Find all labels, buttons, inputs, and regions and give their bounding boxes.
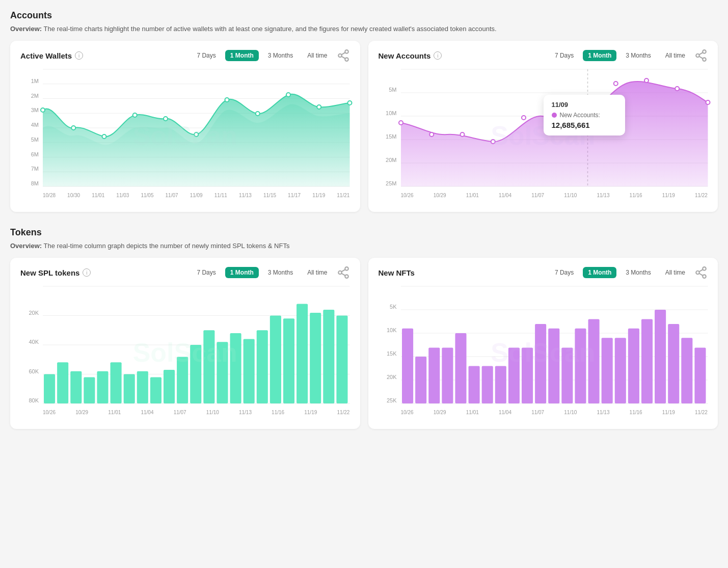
new-spl-tokens-share-icon[interactable] [337,266,350,279]
new-accounts-controls: 7 Days 1 Month 3 Months All time [550,49,708,62]
new-accounts-title-group: New Accounts i [379,51,442,60]
active-wallets-title: Active Wallets [20,51,72,60]
svg-rect-60 [70,371,82,403]
new-spl-tokens-y-axis: 80K 60K 40K 20K [20,286,39,403]
new-spl-tokens-alltime-btn[interactable]: All time [302,267,332,278]
new-spl-tokens-7days-btn[interactable]: 7 Days [192,267,221,278]
svg-rect-72 [230,333,241,403]
new-nfts-3months-btn[interactable]: 3 Months [621,267,656,278]
new-accounts-alltime-btn[interactable]: All time [660,50,690,61]
svg-rect-105 [575,329,586,403]
tokens-section: Tokens Overview: The real-time column gr… [10,227,718,429]
new-accounts-card: New Accounts i 7 Days 1 Month 3 Months A… [368,41,718,212]
svg-rect-65 [137,371,148,403]
svg-point-26 [696,54,699,58]
svg-rect-67 [164,370,175,403]
svg-rect-104 [561,347,573,403]
new-nfts-title: New NFTs [379,268,415,277]
svg-line-29 [699,52,703,55]
svg-line-28 [699,57,703,59]
svg-rect-102 [535,324,546,403]
new-nfts-chart-area: SolScan 25K 20K 15K 10K 5K [379,286,708,419]
new-nfts-controls: 7 Days 1 Month 3 Months All time [550,266,708,279]
svg-line-3 [341,57,345,59]
new-nfts-card: New NFTs 7 Days 1 Month 3 Months All tim… [368,258,718,429]
svg-point-49 [338,271,342,275]
tokens-charts-grid: New SPL tokens i 7 Days 1 Month 3 Months… [10,258,718,429]
svg-rect-106 [588,319,599,403]
new-accounts-1month-btn[interactable]: 1 Month [583,50,616,61]
svg-rect-94 [428,347,440,403]
svg-rect-64 [124,374,135,404]
svg-point-24 [347,101,352,105]
svg-point-37 [398,121,402,125]
svg-rect-71 [217,342,228,403]
svg-rect-110 [641,319,652,403]
svg-rect-62 [97,371,108,403]
active-wallets-7days-btn[interactable]: 7 Days [192,50,221,61]
accounts-section: Accounts Overview: The real-time charts … [10,10,718,212]
new-spl-tokens-x-axis: 10/26 10/29 11/01 11/04 11/07 11/10 11/1… [43,406,350,419]
new-accounts-share-icon[interactable] [694,49,708,62]
new-accounts-7days-btn[interactable]: 7 Days [550,50,579,61]
active-wallets-1month-btn[interactable]: 1 Month [225,50,259,61]
svg-rect-103 [548,329,559,403]
active-wallets-info-icon[interactable]: i [75,51,83,60]
tooltip-date: 11/09 [552,101,617,109]
new-nfts-1month-btn[interactable]: 1 Month [583,267,616,278]
svg-rect-66 [150,377,161,404]
svg-point-16 [102,134,106,139]
new-accounts-tooltip: 11/09 New Accounts: 12,685,661 [544,95,625,136]
svg-point-82 [696,271,699,275]
tooltip-label: New Accounts: [560,112,600,119]
new-nfts-share-icon[interactable] [694,266,708,279]
new-spl-tokens-controls: 7 Days 1 Month 3 Months All time [192,266,349,279]
new-spl-tokens-1month-btn[interactable]: 1 Month [225,267,259,278]
tokens-overview-label: Overview: [10,242,42,250]
overview-label: Overview: [10,25,42,33]
active-wallets-alltime-btn[interactable]: All time [302,50,332,61]
new-spl-tokens-svg-area [43,286,350,403]
new-spl-tokens-info-icon[interactable]: i [83,268,91,277]
svg-point-41 [521,116,525,120]
active-wallets-share-icon[interactable] [337,49,350,62]
active-wallets-chart-area: SolScan 8M 7M 6M 5M 4M 3M 2M 1M [20,69,350,202]
new-nfts-7days-btn[interactable]: 7 Days [550,267,579,278]
new-nfts-title-group: New NFTs [379,268,415,277]
svg-rect-98 [481,366,493,403]
svg-rect-70 [203,330,214,403]
svg-point-17 [133,113,137,117]
new-accounts-3months-btn[interactable]: 3 Months [621,50,656,61]
svg-rect-114 [694,347,706,403]
svg-rect-69 [190,345,201,403]
new-nfts-x-axis: 10/26 10/29 11/01 11/04 11/07 11/10 11/1… [401,406,708,419]
new-spl-tokens-chart-area: SolScan 80K 60K 40K 20K [20,286,350,419]
active-wallets-y-axis: 8M 7M 6M 5M 4M 3M 2M 1M [20,69,39,186]
svg-point-20 [225,98,229,102]
svg-line-4 [341,52,345,55]
new-accounts-header: New Accounts i 7 Days 1 Month 3 Months A… [379,49,708,62]
svg-line-85 [699,269,703,272]
tooltip-dot [552,113,557,118]
new-accounts-info-icon[interactable]: i [434,51,442,60]
svg-point-50 [345,275,348,278]
svg-point-47 [706,100,710,104]
svg-rect-93 [415,357,426,403]
tooltip-row: New Accounts: [552,112,617,119]
new-nfts-alltime-btn[interactable]: All time [660,267,690,278]
svg-point-18 [164,117,168,121]
new-accounts-x-axis: 10/26 10/29 11/01 11/04 11/07 11/10 11/1… [401,189,708,202]
svg-rect-58 [44,374,55,404]
svg-rect-101 [521,347,532,403]
new-spl-tokens-3months-btn[interactable]: 3 Months [263,267,298,278]
svg-point-25 [703,50,706,53]
active-wallets-3months-btn[interactable]: 3 Months [263,50,298,61]
svg-point-40 [491,140,495,144]
svg-line-51 [341,274,345,276]
svg-rect-95 [442,347,453,403]
svg-rect-108 [614,338,626,403]
new-nfts-header: New NFTs 7 Days 1 Month 3 Months All tim… [379,266,708,279]
tooltip-value: 12,685,661 [552,121,617,129]
tokens-title: Tokens [10,227,718,238]
svg-point-15 [71,126,75,130]
